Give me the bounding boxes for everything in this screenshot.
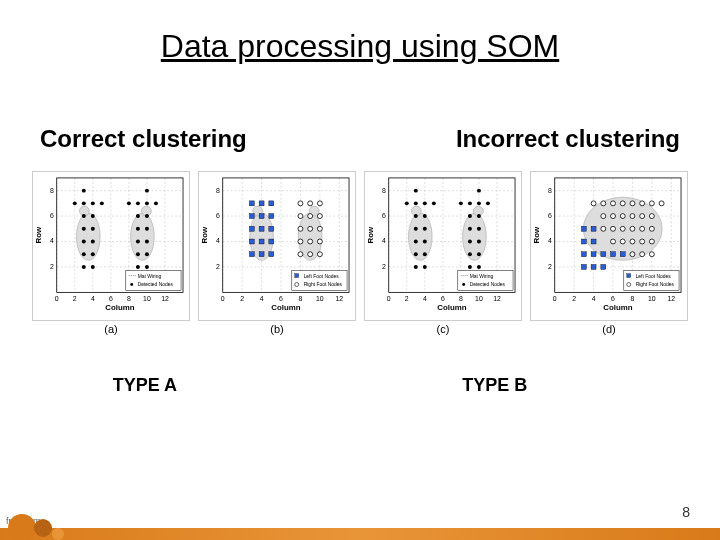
svg-rect-221 (611, 252, 616, 257)
chart-b-wrap: 0246810122468ColumnRow Left Foot NodesRi… (196, 171, 358, 335)
svg-point-121 (308, 201, 313, 206)
svg-point-251 (601, 201, 606, 206)
svg-point-249 (649, 214, 654, 219)
svg-point-51 (145, 227, 149, 231)
svg-point-250 (591, 201, 596, 206)
svg-text:4: 4 (423, 295, 427, 302)
chart-a-wrap: 0246810122468ColumnRow Mat WiringDetecte… (30, 171, 192, 335)
svg-point-118 (308, 214, 313, 219)
svg-point-166 (423, 214, 427, 218)
svg-point-34 (91, 240, 95, 244)
svg-point-172 (468, 265, 472, 269)
svg-point-235 (630, 239, 635, 244)
svg-rect-124 (295, 274, 299, 278)
svg-point-170 (414, 189, 418, 193)
svg-text:Left Foot Nodes: Left Foot Nodes (304, 274, 340, 279)
svg-point-39 (82, 201, 86, 205)
svg-text:12: 12 (667, 295, 675, 302)
svg-rect-228 (581, 226, 586, 231)
svg-rect-94 (259, 252, 264, 257)
svg-point-122 (317, 201, 322, 206)
svg-point-243 (649, 226, 654, 231)
svg-point-29 (82, 265, 86, 269)
svg-rect-222 (620, 252, 625, 257)
svg-point-256 (649, 201, 654, 206)
svg-point-174 (468, 252, 472, 256)
svg-point-175 (477, 252, 481, 256)
svg-point-119 (317, 214, 322, 219)
subtitles-row: Correct clustering Incorrect clustering (30, 125, 690, 153)
svg-point-62 (130, 283, 133, 286)
svg-text:Detected Nodes: Detected Nodes (138, 282, 174, 287)
chart-c: 0246810122468ColumnRow Mat WiringDetecte… (364, 171, 522, 321)
type-labels-row: TYPE A TYPE B (30, 375, 690, 396)
plot-c-id: (c) (437, 323, 450, 335)
svg-point-234 (620, 239, 625, 244)
svg-point-41 (73, 201, 77, 205)
plot-d-id: (d) (602, 323, 615, 335)
svg-point-230 (630, 252, 635, 257)
svg-text:2: 2 (216, 263, 220, 270)
svg-rect-101 (269, 226, 274, 231)
svg-point-248 (640, 214, 645, 219)
svg-rect-99 (249, 226, 254, 231)
svg-point-38 (91, 214, 95, 218)
svg-text:Column: Column (271, 303, 300, 312)
chart-b: 0246810122468ColumnRow Left Foot NodesRi… (198, 171, 356, 321)
svg-point-168 (423, 201, 427, 205)
type-b-label: TYPE B (462, 375, 527, 396)
svg-point-30 (91, 265, 95, 269)
svg-point-44 (136, 265, 140, 269)
svg-point-185 (459, 201, 463, 205)
svg-text:8: 8 (299, 295, 303, 302)
svg-point-232 (649, 252, 654, 257)
svg-point-244 (601, 214, 606, 219)
svg-point-239 (611, 226, 616, 231)
svg-text:Mat Wiring: Mat Wiring (138, 274, 162, 279)
svg-text:6: 6 (441, 295, 445, 302)
svg-point-253 (620, 201, 625, 206)
svg-text:10: 10 (475, 295, 483, 302)
svg-point-241 (630, 226, 635, 231)
svg-point-25 (76, 213, 100, 260)
svg-point-56 (154, 201, 158, 205)
svg-text:8: 8 (216, 187, 220, 194)
svg-text:Right Foot Nodes: Right Foot Nodes (636, 282, 675, 287)
svg-rect-223 (581, 252, 586, 257)
svg-rect-107 (269, 201, 274, 206)
svg-point-231 (640, 252, 645, 257)
svg-point-246 (620, 214, 625, 219)
svg-text:2: 2 (548, 263, 552, 270)
svg-point-53 (145, 214, 149, 218)
svg-rect-259 (627, 274, 631, 278)
svg-rect-225 (601, 252, 606, 257)
svg-point-47 (145, 252, 149, 256)
svg-point-108 (298, 252, 303, 257)
svg-point-161 (414, 240, 418, 244)
svg-rect-102 (249, 214, 254, 219)
plot-b-id: (b) (270, 323, 283, 335)
decor-circle-icon (34, 519, 52, 537)
decor-circle-icon (8, 514, 36, 540)
svg-text:10: 10 (143, 295, 151, 302)
svg-text:4: 4 (216, 237, 220, 244)
svg-point-238 (601, 226, 606, 231)
svg-point-36 (91, 227, 95, 231)
svg-point-109 (308, 252, 313, 257)
svg-point-57 (127, 201, 131, 205)
svg-rect-219 (591, 264, 596, 269)
svg-point-190 (462, 283, 465, 286)
svg-text:0: 0 (387, 295, 391, 302)
slide: Data processing using SOM Correct cluste… (0, 0, 720, 540)
svg-point-236 (640, 239, 645, 244)
svg-text:8: 8 (382, 187, 386, 194)
subtitle-correct: Correct clustering (40, 125, 247, 153)
svg-point-162 (423, 240, 427, 244)
svg-text:Column: Column (105, 303, 134, 312)
svg-rect-105 (249, 201, 254, 206)
svg-text:8: 8 (50, 187, 54, 194)
svg-point-186 (477, 189, 481, 193)
svg-point-114 (298, 226, 303, 231)
charts-row: 0246810122468ColumnRow Mat WiringDetecte… (30, 171, 690, 335)
svg-text:Row: Row (34, 226, 43, 243)
